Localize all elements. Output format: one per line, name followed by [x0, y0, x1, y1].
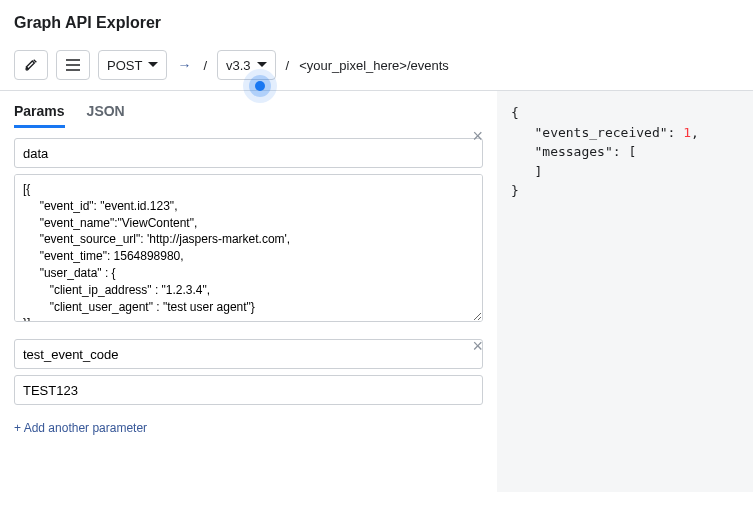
- close-icon[interactable]: ×: [472, 337, 483, 355]
- left-panel: Params JSON × × + Add another parameter: [0, 91, 497, 492]
- path-text[interactable]: <your_pixel_here>/events: [299, 58, 449, 73]
- version-label: v3.3: [226, 58, 251, 73]
- response-json: { "events_received": 1, "messages": [ ] …: [511, 103, 739, 201]
- path-slash: /: [201, 58, 209, 73]
- method-dropdown[interactable]: POST: [98, 50, 167, 80]
- add-parameter-link[interactable]: + Add another parameter: [14, 421, 147, 435]
- page-title: Graph API Explorer: [14, 14, 739, 32]
- tab-params[interactable]: Params: [14, 103, 65, 128]
- path-slash: /: [284, 58, 292, 73]
- wrench-icon: [23, 57, 39, 73]
- param-name-input[interactable]: [14, 339, 483, 369]
- version-dropdown[interactable]: v3.3: [217, 50, 276, 80]
- tabs-row: Params JSON: [14, 103, 483, 128]
- param-name-input[interactable]: [14, 138, 483, 168]
- highlight-dot: [255, 81, 265, 91]
- arrow-icon: →: [175, 57, 193, 73]
- svg-point-0: [26, 68, 28, 70]
- response-panel: { "events_received": 1, "messages": [ ] …: [497, 91, 753, 492]
- caret-down-icon: [148, 62, 158, 68]
- param-value-input[interactable]: [14, 375, 483, 405]
- content-area: Params JSON × × + Add another parameter …: [0, 91, 753, 492]
- page-header: Graph API Explorer: [0, 0, 753, 42]
- param-value-textarea[interactable]: [14, 174, 483, 322]
- hamburger-icon: [65, 58, 81, 72]
- toolbar: POST → / v3.3 / <your_pixel_here>/events: [0, 42, 753, 91]
- menu-button[interactable]: [56, 50, 90, 80]
- close-icon[interactable]: ×: [472, 127, 483, 145]
- tools-button[interactable]: [14, 50, 48, 80]
- method-label: POST: [107, 58, 142, 73]
- caret-down-icon: [257, 62, 267, 68]
- tab-json[interactable]: JSON: [87, 103, 125, 128]
